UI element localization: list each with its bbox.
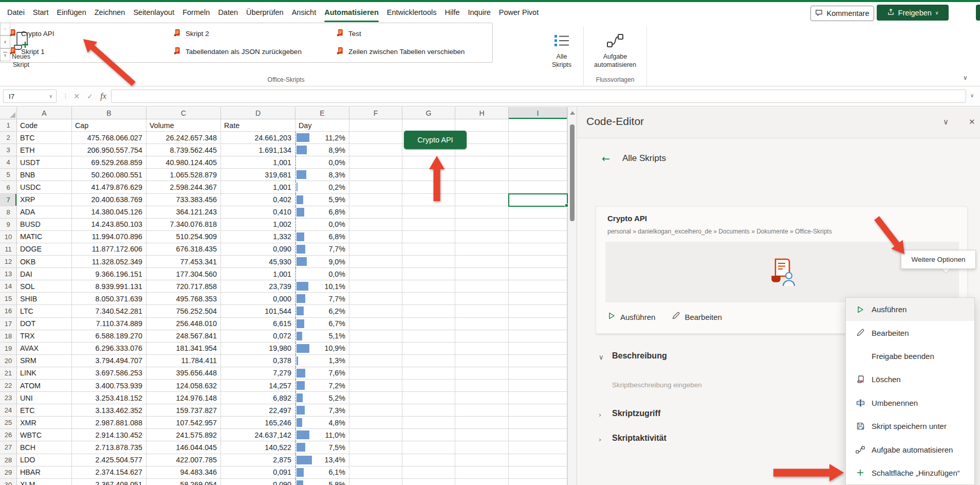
gallery-more-button[interactable]: ∨ — [0, 48, 10, 61]
row-header-19[interactable]: 19 — [0, 343, 17, 355]
cell-g28[interactable] — [402, 454, 455, 466]
row-header-14[interactable]: 14 — [0, 280, 17, 293]
cell-i19[interactable] — [509, 343, 567, 355]
cell-D1[interactable]: Rate — [221, 119, 295, 132]
cell-d10[interactable]: 1,332 — [221, 231, 295, 243]
cell-a25[interactable]: XMR — [17, 417, 72, 429]
cell-e12[interactable]: 9,0% — [295, 256, 349, 268]
cell-i8[interactable] — [509, 206, 567, 219]
cell-h16[interactable] — [455, 305, 509, 317]
row-header-17[interactable]: 17 — [0, 318, 17, 330]
cell-a19[interactable]: AVAX — [17, 343, 72, 355]
formula-bar-expand-icon[interactable]: ∨ — [970, 93, 974, 98]
cell-f8[interactable] — [349, 206, 402, 219]
gallery-scroll-up-button[interactable]: ∧ — [0, 23, 10, 35]
panel-close-icon[interactable]: ✕ — [969, 117, 975, 127]
cell-g22[interactable] — [402, 380, 455, 392]
row-header-5[interactable]: 5 — [0, 169, 17, 181]
cell-c25[interactable]: 107.542.957 — [146, 417, 221, 429]
cell-g27[interactable] — [402, 441, 455, 454]
menu-tab-ansicht[interactable]: Ansicht — [292, 2, 317, 23]
cell-a24[interactable]: ETC — [17, 404, 72, 417]
cell-g10[interactable] — [402, 231, 455, 243]
cell-f14[interactable] — [349, 280, 402, 293]
row-header-9[interactable]: 9 — [0, 219, 17, 231]
cell-f17[interactable] — [349, 318, 402, 330]
cell-d28[interactable]: 2,875 — [221, 454, 295, 466]
cell-e24[interactable]: 7,3% — [295, 404, 349, 417]
collapse-ribbon-icon[interactable]: ∨ — [963, 74, 968, 81]
cell-i5[interactable] — [509, 169, 567, 181]
cell-d8[interactable]: 0,410 — [221, 206, 295, 219]
cell-c19[interactable]: 181.341.954 — [146, 343, 221, 355]
scrollbar-up-icon[interactable] — [570, 111, 575, 115]
cell-g23[interactable] — [402, 392, 455, 404]
context-menu-item-schaltfläche-hinzufügen[interactable]: Schaltfläche „Hinzufügen“ — [846, 461, 974, 484]
cell-a15[interactable]: SHIB — [17, 293, 72, 305]
cell-i28[interactable] — [509, 454, 567, 466]
cell-f21[interactable] — [349, 367, 402, 380]
gallery-item-skript-1[interactable]: Skript 1 — [5, 43, 48, 60]
cell-i24[interactable] — [509, 404, 567, 417]
cell-c2[interactable]: 26.242.657.348 — [146, 132, 221, 144]
cell-d29[interactable]: 0,091 — [221, 466, 295, 479]
column-header-c[interactable]: C — [146, 107, 221, 119]
insert-function-icon[interactable]: fx — [97, 89, 110, 103]
cell-e23[interactable]: 5,2% — [295, 392, 349, 404]
cell-d7[interactable]: 0,402 — [221, 194, 295, 206]
cell-i14[interactable] — [509, 280, 567, 293]
cell-f12[interactable] — [349, 256, 402, 268]
context-menu-item-ausführen[interactable]: Ausführen — [846, 298, 974, 321]
cell-h29[interactable] — [455, 466, 509, 479]
automate-task-button[interactable]: Aufgabe automatisieren — [589, 26, 641, 83]
context-menu-item-skript-speichern-unter[interactable]: Skript speichern unter — [846, 415, 974, 438]
cell-e15[interactable]: 7,7% — [295, 293, 349, 305]
cell-e4[interactable]: 0,0% — [295, 156, 349, 169]
cell-b23[interactable]: 3.253.418.152 — [72, 392, 146, 404]
cell-d4[interactable]: 1,001 — [221, 156, 295, 169]
cell-G1[interactable] — [402, 119, 455, 132]
menu-tab-zeichnen[interactable]: Zeichnen — [95, 2, 125, 23]
scrollbar-thumb[interactable] — [570, 124, 575, 221]
cell-g21[interactable] — [402, 367, 455, 380]
cell-b9[interactable]: 14.243.850.103 — [72, 219, 146, 231]
row-header-21[interactable]: 21 — [0, 367, 17, 380]
cell-b4[interactable]: 69.529.268.859 — [72, 156, 146, 169]
formula-bar-handle[interactable]: ⋮ — [62, 92, 69, 100]
cell-i4[interactable] — [509, 156, 567, 169]
cell-f22[interactable] — [349, 380, 402, 392]
cell-e11[interactable]: 7,7% — [295, 243, 349, 256]
cell-c26[interactable]: 241.575.892 — [146, 429, 221, 441]
cell-d25[interactable]: 165,246 — [221, 417, 295, 429]
cell-c15[interactable]: 495.768.353 — [146, 293, 221, 305]
cell-I1[interactable] — [509, 119, 567, 132]
cell-e5[interactable]: 8,3% — [295, 169, 349, 181]
section-script-activity[interactable]: Skriptaktivität — [612, 434, 667, 443]
cell-g14[interactable] — [402, 280, 455, 293]
cell-b14[interactable]: 8.939.991.131 — [72, 280, 146, 293]
cell-a5[interactable]: BNB — [17, 169, 72, 181]
cell-E1[interactable]: Day — [295, 119, 349, 132]
cell-i23[interactable] — [509, 392, 567, 404]
cell-c14[interactable]: 720.717.858 — [146, 280, 221, 293]
cell-h13[interactable] — [455, 268, 509, 280]
cell-h9[interactable] — [455, 219, 509, 231]
cell-b25[interactable]: 2.987.881.088 — [72, 417, 146, 429]
cell-d5[interactable]: 319,681 — [221, 169, 295, 181]
cell-b17[interactable]: 7.110.374.889 — [72, 318, 146, 330]
cell-b16[interactable]: 7.340.542.281 — [72, 305, 146, 317]
cell-b3[interactable]: 206.950.557.754 — [72, 144, 146, 156]
formula-input[interactable] — [111, 89, 966, 103]
cell-a21[interactable]: LINK — [17, 367, 72, 380]
column-header-e[interactable]: E — [295, 107, 349, 119]
row-header-4[interactable]: 4 — [0, 156, 17, 169]
cell-a30[interactable]: XLM — [17, 479, 72, 485]
cell-i26[interactable] — [509, 429, 567, 441]
cell-f20[interactable] — [349, 355, 402, 367]
cell-d15[interactable]: 0,000 — [221, 293, 295, 305]
cell-e19[interactable]: 10,9% — [295, 343, 349, 355]
cell-c7[interactable]: 733.383.456 — [146, 194, 221, 206]
cell-c13[interactable]: 177.304.560 — [146, 268, 221, 280]
cell-c27[interactable]: 146.044.045 — [146, 441, 221, 454]
cell-f25[interactable] — [349, 417, 402, 429]
